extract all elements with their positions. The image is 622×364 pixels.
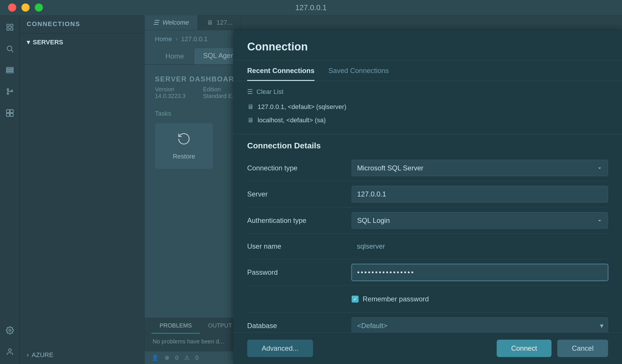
icon-sidebar [0, 15, 20, 364]
problems-tab[interactable]: PROBLEMS [151, 318, 200, 334]
cancel-button[interactable]: Cancel [557, 340, 608, 357]
chevron-down-icon: ▾ [27, 39, 30, 46]
server-icon-1: 🖥 [247, 117, 254, 124]
breadcrumb-separator: › [176, 35, 178, 43]
password-label: Password [247, 268, 352, 276]
welcome-tab[interactable]: ☰ Welcome [144, 15, 198, 30]
password-control [352, 264, 608, 281]
app-layout: CONNECTIONS ▾ SERVERS › AZURE ☰ Welcome … [0, 15, 622, 364]
username-control: sqlserver [352, 238, 608, 254]
close-button[interactable] [8, 3, 16, 12]
panel-header: Connection [233, 30, 622, 60]
auth-type-row: Authentication type SQL Login Windows Au… [247, 208, 608, 234]
tab-saved-connections[interactable]: Saved Connections [328, 61, 389, 81]
username-label: User name [247, 242, 352, 250]
svg-rect-12 [6, 110, 9, 113]
connections-panel: CONNECTIONS ▾ SERVERS › AZURE [20, 15, 144, 364]
database-row: Database <Default> ▾ [247, 313, 608, 332]
connection-type-row: Connection type Microsoft SQL Server Pos… [247, 155, 608, 181]
remember-password-label: Remember password [363, 295, 429, 303]
svg-rect-1 [10, 24, 13, 27]
git-icon[interactable] [3, 85, 16, 98]
svg-rect-3 [10, 28, 13, 30]
database-select-wrapper: <Default> ▾ [352, 317, 608, 332]
connection-details-title: Connection Details [233, 134, 622, 155]
minimize-button[interactable] [21, 3, 30, 12]
tab-recent-connections[interactable]: Recent Connections [247, 61, 314, 81]
connections-header: CONNECTIONS [20, 15, 144, 33]
connection-type-label: Connection type [247, 164, 352, 172]
recent-connection-0[interactable]: 🖥 127.0.0.1, <default> (sqlserver) [247, 100, 608, 114]
tab-bar: ☰ Welcome 🖥 127... [144, 15, 622, 30]
remember-password-control: ✓ Remember password [352, 290, 608, 308]
recent-connections-section: ☰ Clear List 🖥 127.0.0.1, <default> (sql… [233, 81, 622, 134]
server-tab-icon: 🖥 [207, 19, 213, 26]
user-icon[interactable] [3, 345, 16, 358]
servers-section: ▾ SERVERS [20, 33, 144, 51]
svg-point-17 [8, 349, 11, 352]
connection-type-select[interactable]: Microsoft SQL Server PostgreSQL MySQL SQ… [352, 160, 608, 176]
window-controls [8, 3, 43, 12]
azure-section[interactable]: › AZURE [20, 346, 144, 364]
svg-point-9 [7, 89, 9, 90]
svg-rect-6 [6, 68, 13, 69]
svg-rect-0 [7, 24, 9, 27]
password-input[interactable] [352, 264, 608, 281]
auth-type-control: SQL Login Windows Authentication Azure A… [352, 212, 608, 229]
panel-tabs: Recent Connections Saved Connections [233, 61, 622, 81]
ip-tab[interactable]: 🖥 127... [198, 15, 241, 30]
connection-panel: Connection Recent Connections Saved Conn… [233, 30, 622, 364]
search-icon[interactable] [3, 42, 16, 55]
restore-icon [177, 132, 191, 149]
svg-rect-7 [6, 70, 13, 71]
server-control [352, 186, 608, 203]
sidebar-bottom [3, 324, 16, 358]
remember-password-checkbox[interactable]: ✓ [352, 296, 359, 303]
window-title: 127.0.0.1 [295, 3, 327, 12]
restore-task[interactable]: Restore [155, 123, 213, 169]
error-count: 0 [175, 354, 178, 361]
warning-icon: ⚠ [184, 354, 189, 361]
database-label: Database [247, 322, 352, 330]
settings-icon[interactable] [3, 324, 16, 337]
svg-rect-13 [10, 110, 13, 113]
svg-point-10 [7, 93, 9, 94]
svg-rect-2 [7, 28, 9, 30]
tab-home[interactable]: Home [155, 48, 194, 64]
svg-point-4 [7, 46, 12, 51]
username-row: User name sqlserver [247, 234, 608, 259]
warning-count: 0 [195, 354, 198, 361]
server-icon-0: 🖥 [247, 103, 254, 111]
auth-type-select[interactable]: SQL Login Windows Authentication Azure A… [352, 212, 608, 229]
restore-label: Restore [173, 153, 195, 160]
extensions-icon[interactable] [3, 107, 16, 119]
server-row: Server [247, 181, 608, 208]
recent-connection-1[interactable]: 🖥 localhost, <default> (sa) [247, 114, 608, 127]
schema-icon[interactable] [3, 64, 16, 77]
maximize-button[interactable] [35, 3, 43, 12]
database-dropdown-arrow: ▾ [600, 322, 603, 330]
connect-button[interactable]: Connect [497, 340, 552, 357]
svg-point-16 [9, 330, 11, 332]
server-label: Server [247, 190, 352, 198]
database-control: <Default> ▾ [352, 317, 608, 332]
advanced-button[interactable]: Advanced... [247, 340, 313, 357]
version-info: Version 14.0.3223.3 [155, 86, 186, 99]
breadcrumb-current: 127.0.0.1 [181, 35, 208, 43]
list-icon: ☰ [247, 88, 253, 96]
check-icon: ✓ [353, 296, 357, 302]
server-input[interactable] [352, 186, 608, 203]
auth-type-label: Authentication type [247, 216, 352, 225]
clear-list-button[interactable]: ☰ Clear List [247, 88, 608, 96]
connections-icon[interactable] [3, 21, 16, 34]
panel-footer: Advanced... Connect Cancel [233, 332, 622, 364]
edition-info: Edition Standard E... [203, 86, 237, 99]
form-area: Connection type Microsoft SQL Server Pos… [233, 155, 622, 332]
error-icon: ⊗ [164, 354, 169, 361]
panel-title: Connection [247, 41, 608, 53]
titlebar: 127.0.0.1 [0, 0, 622, 15]
database-value[interactable]: <Default> [352, 317, 608, 332]
servers-label[interactable]: ▾ SERVERS [27, 39, 137, 46]
breadcrumb-home[interactable]: Home [155, 35, 172, 43]
chevron-right-icon: › [27, 351, 29, 359]
